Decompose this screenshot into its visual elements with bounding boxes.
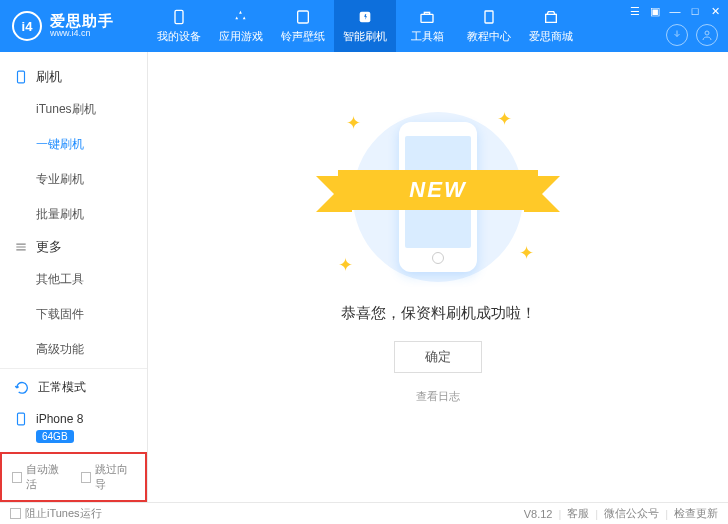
footer-link-update[interactable]: 检查更新 [674,506,718,521]
store-icon [542,8,560,26]
refresh-icon [14,380,30,396]
storage-badge: 64GB [36,430,74,443]
success-illustration: ✦ ✦ ✦ ✦ NEW [338,112,538,282]
svg-rect-0 [175,10,183,23]
more-icon [14,240,28,254]
device-info[interactable]: iPhone 8 64GB [0,406,147,452]
version-text: V8.12 [524,508,553,520]
device-status[interactable]: 正常模式 [0,369,147,406]
svg-rect-8 [18,413,25,425]
book-icon [480,8,498,26]
footer-link-wechat[interactable]: 微信公众号 [604,506,659,521]
sparkle-icon: ✦ [338,254,353,276]
app-title: 爱思助手 [50,13,114,30]
sidebar-item-batch-flash[interactable]: 批量刷机 [36,197,147,232]
minimize-icon[interactable]: — [668,4,682,18]
top-nav: 我的设备 应用游戏 铃声壁纸 智能刷机 工具箱 教程中心 爱思商城 [148,0,582,52]
nav-label: 教程中心 [467,29,511,44]
success-message: 恭喜您，保资料刷机成功啦！ [341,304,536,323]
download-button[interactable] [666,24,688,46]
phone-icon [14,412,28,426]
header-right-actions [666,24,718,46]
sidebar-section-flash[interactable]: 刷机 [0,62,147,92]
nav-label: 铃声壁纸 [281,29,325,44]
checkbox-icon [10,508,21,519]
new-ribbon: NEW [338,170,538,210]
app-subtitle: www.i4.cn [50,29,114,39]
toolbox-icon [418,8,436,26]
sparkle-icon: ✦ [346,112,361,134]
nav-store[interactable]: 爱思商城 [520,0,582,52]
sparkle-icon: ✦ [519,242,534,264]
phone-icon [170,8,188,26]
svg-rect-3 [421,14,433,22]
nav-flash[interactable]: 智能刷机 [334,0,396,52]
sparkle-icon: ✦ [497,108,512,130]
section-title: 更多 [36,238,62,256]
nav-label: 工具箱 [411,29,444,44]
nav-label: 爱思商城 [529,29,573,44]
nav-label: 智能刷机 [343,29,387,44]
skin-icon[interactable]: ▣ [648,4,662,18]
close-icon[interactable]: ✕ [708,4,722,18]
footer: 阻止iTunes运行 V8.12 | 客服 | 微信公众号 | 检查更新 [0,502,728,524]
options-highlighted: 自动激活 跳过向导 [0,452,147,502]
sidebar-item-download-firmware[interactable]: 下载固件 [36,297,147,332]
user-button[interactable] [696,24,718,46]
ok-button[interactable]: 确定 [394,341,482,373]
flash-icon [356,8,374,26]
nav-my-device[interactable]: 我的设备 [148,0,210,52]
app-header: i4 爱思助手 www.i4.cn 我的设备 应用游戏 铃声壁纸 智能刷机 工具… [0,0,728,52]
checkbox-label: 阻止iTunes运行 [25,506,102,521]
view-log-link[interactable]: 查看日志 [416,389,460,404]
svg-rect-1 [298,11,309,23]
device-icon [14,70,28,84]
svg-rect-7 [18,71,25,83]
status-text: 正常模式 [38,379,86,396]
sidebar-section-more[interactable]: 更多 [0,232,147,262]
sidebar: 刷机 iTunes刷机 一键刷机 专业刷机 批量刷机 更多 其他工具 下载固件 … [0,52,148,502]
checkbox-icon [12,472,22,483]
nav-tutorials[interactable]: 教程中心 [458,0,520,52]
ribbon-text: NEW [409,177,466,203]
checkbox-label: 跳过向导 [95,462,135,492]
nav-apps[interactable]: 应用游戏 [210,0,272,52]
menu-icon[interactable]: ☰ [628,4,642,18]
logo-icon: i4 [12,11,42,41]
sidebar-item-advanced[interactable]: 高级功能 [36,332,147,367]
section-title: 刷机 [36,68,62,86]
checkbox-block-itunes[interactable]: 阻止iTunes运行 [10,506,102,521]
checkbox-auto-activate[interactable]: 自动激活 [12,462,67,492]
nav-label: 我的设备 [157,29,201,44]
main-content: ✦ ✦ ✦ ✦ NEW 恭喜您，保资料刷机成功啦！ 确定 查看日志 [148,52,728,502]
nav-toolbox[interactable]: 工具箱 [396,0,458,52]
sidebar-item-other-tools[interactable]: 其他工具 [36,262,147,297]
app-body: 刷机 iTunes刷机 一键刷机 专业刷机 批量刷机 更多 其他工具 下载固件 … [0,52,728,502]
checkbox-icon [81,472,91,483]
device-name-text: iPhone 8 [36,412,83,426]
nav-label: 应用游戏 [219,29,263,44]
svg-rect-5 [485,11,493,23]
sidebar-item-oneclick-flash[interactable]: 一键刷机 [36,127,147,162]
window-controls: ☰ ▣ — □ ✕ [628,4,722,18]
nav-ringtones[interactable]: 铃声壁纸 [272,0,334,52]
footer-link-support[interactable]: 客服 [567,506,589,521]
svg-point-6 [705,31,709,35]
logo-area: i4 爱思助手 www.i4.cn [0,11,148,41]
sidebar-item-itunes-flash[interactable]: iTunes刷机 [36,92,147,127]
app-icon [232,8,250,26]
sidebar-item-pro-flash[interactable]: 专业刷机 [36,162,147,197]
music-icon [294,8,312,26]
checkbox-label: 自动激活 [26,462,66,492]
checkbox-skip-guide[interactable]: 跳过向导 [81,462,136,492]
maximize-icon[interactable]: □ [688,4,702,18]
svg-rect-4 [424,12,429,14]
